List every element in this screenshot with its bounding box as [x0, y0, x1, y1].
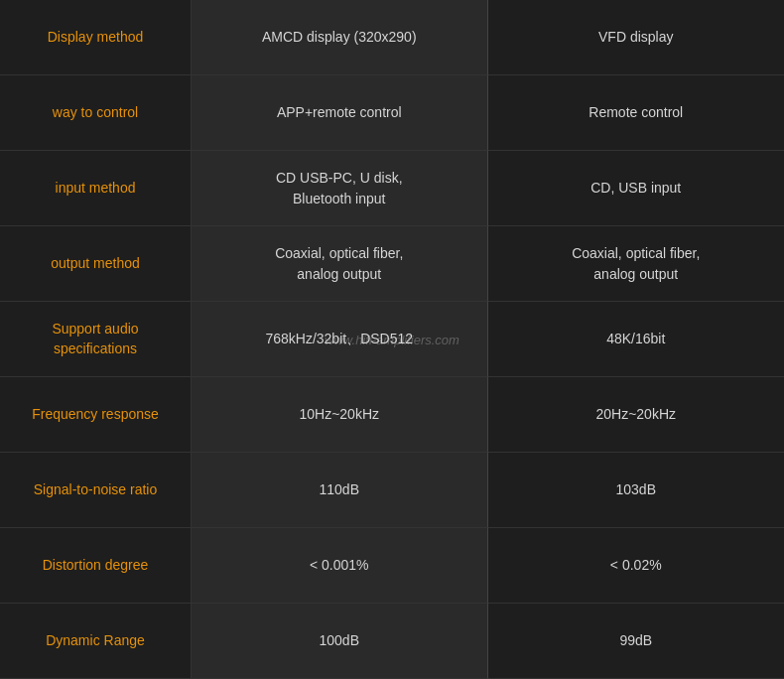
col2-cell-5: 20Hz~20kHz	[488, 377, 785, 453]
label-cell-2: input method	[0, 151, 192, 226]
col2-cell-8: 99dB	[488, 604, 785, 679]
col1-cell-6: 110dB	[192, 453, 488, 528]
label-cell-5: Frequency response	[0, 377, 192, 453]
col1-cell-4: 768kHz/32bit、DSD512	[192, 302, 488, 377]
col1-cell-3: Coaxial, optical fiber, analog output	[192, 226, 488, 302]
col1-cell-7: < 0.001%	[192, 528, 488, 604]
col2-cell-1: Remote control	[488, 75, 785, 151]
col2-cell-4: 48K/16bit	[488, 302, 785, 377]
col2-cell-7: < 0.02%	[488, 528, 785, 604]
col1-cell-2: CD USB-PC, U disk, Bluetooth input	[192, 151, 488, 226]
col2-cell-6: 103dB	[488, 453, 785, 528]
col2-cell-2: CD, USB input	[488, 151, 785, 226]
label-cell-8: Dynamic Range	[0, 604, 192, 679]
col2-cell-3: Coaxial, optical fiber, analog output	[488, 226, 785, 302]
col1-cell-0: AMCD display (320x290)	[192, 0, 488, 75]
col1-cell-1: APP+remote control	[192, 75, 488, 151]
col1-cell-5: 10Hz~20kHz	[192, 377, 488, 453]
label-cell-0: Display method	[0, 0, 192, 75]
label-cell-7: Distortion degree	[0, 528, 192, 604]
label-cell-6: Signal-to-noise ratio	[0, 453, 192, 528]
label-cell-1: way to control	[0, 75, 192, 151]
label-cell-4: Support audio specifications	[0, 302, 192, 377]
col1-cell-8: 100dB	[192, 604, 488, 679]
col2-cell-0: VFD display	[488, 0, 785, 75]
label-cell-3: output method	[0, 226, 192, 302]
comparison-table: www.hifi-amplifiers.com Display methodAM…	[0, 0, 784, 679]
